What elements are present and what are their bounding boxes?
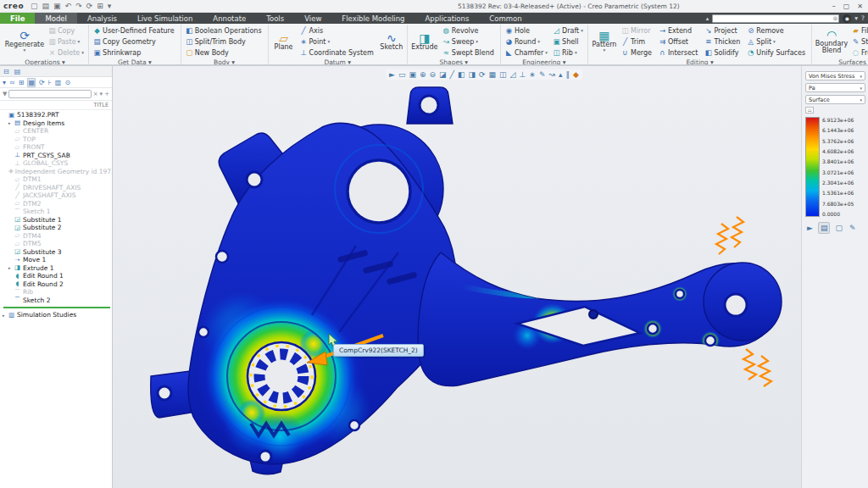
- tree-item[interactable]: ◲ Substitute 2: [0, 224, 112, 232]
- user-badge-icon[interactable]: ◉: [843, 14, 851, 23]
- section-icon[interactable]: ◨: [469, 70, 476, 79]
- group-label-body[interactable]: Body ▾: [184, 58, 265, 66]
- ribbon-button[interactable]: ◧Solidify: [703, 47, 743, 58]
- spin-center-icon[interactable]: ↝: [548, 70, 555, 79]
- ribbon-button[interactable]: ▰Fill: [850, 25, 868, 36]
- model-part[interactable]: [151, 87, 782, 474]
- ribbon-button[interactable]: ▣Shrinkwrap: [92, 47, 178, 58]
- extrude-button[interactable]: ◨ Extrude: [410, 31, 439, 52]
- ribbon-tab[interactable]: Analysis: [77, 13, 127, 24]
- ribbon-button[interactable]: ↝Sweep▾: [441, 36, 498, 47]
- sketch-button[interactable]: ∿ Sketch: [379, 31, 404, 52]
- pattern-button[interactable]: ▦ Pattern ▾: [591, 29, 618, 54]
- ribbon-tab[interactable]: File: [0, 13, 35, 24]
- tree-item[interactable]: ◈ Independent Geometry id 197379: [0, 168, 112, 176]
- regenerate-button[interactable]: ⟳ Regenerate ▾: [4, 29, 45, 54]
- ribbon-button[interactable]: ≡Thicken: [703, 36, 743, 47]
- tree-item[interactable]: ➝ Move 1: [0, 256, 112, 264]
- tree-item[interactable]: ⌒ Rib: [0, 288, 112, 297]
- insertion-indicator[interactable]: [3, 307, 110, 308]
- ribbon-button[interactable]: ◆User-Defined Feature: [92, 25, 178, 36]
- results-icon[interactable]: ◆: [573, 70, 579, 79]
- tree-settings-icon[interactable]: ▾: [3, 79, 6, 86]
- help-icon[interactable]: ?: [861, 14, 865, 22]
- filter-add-icon[interactable]: +: [104, 91, 109, 97]
- ribbon-button[interactable]: ⊥Coordinate System: [298, 47, 377, 58]
- annotation-display-icon[interactable]: ✎: [539, 70, 546, 79]
- expand-items-icon[interactable]: ⊞: [19, 79, 25, 86]
- ribbon-tab[interactable]: Common: [479, 13, 531, 24]
- group-label-editing[interactable]: Editing ▾: [591, 58, 809, 66]
- display-dropdown[interactable]: Surface▾: [805, 95, 865, 104]
- ribbon-button[interactable]: ◫Mirror: [620, 25, 655, 36]
- close-button[interactable]: ✕: [857, 3, 863, 10]
- folder-browser-tab[interactable]: ▤: [14, 68, 21, 75]
- tree-filters-icon[interactable]: ≈: [9, 79, 15, 86]
- ribbon-button[interactable]: ◌Freestyle: [850, 47, 868, 58]
- view-orientation-icon[interactable]: ◪: [439, 70, 447, 79]
- tree-item[interactable]: ⊥ GLOBAL_CSYS: [0, 159, 112, 168]
- tree-item[interactable]: ▱ DTM1: [0, 175, 112, 184]
- probe-icon[interactable]: ►: [805, 223, 815, 233]
- point-display-icon[interactable]: ∗: [529, 70, 536, 79]
- ribbon-button[interactable]: ▤Copy Geometry: [92, 36, 178, 47]
- group-label-datum[interactable]: Datum ▾: [271, 58, 404, 66]
- tree-item[interactable]: ▱ TOP: [0, 136, 112, 144]
- tree-item[interactable]: ╱ JACKSHAFT_AXIS: [0, 191, 112, 200]
- tree-filter-input[interactable]: [8, 90, 91, 98]
- find-icon[interactable]: ⊙: [64, 79, 70, 86]
- zoom-in-icon[interactable]: ⊕: [420, 70, 426, 79]
- tree-item[interactable]: ▸ ◨ Extrude 1: [0, 264, 112, 273]
- ribbon-button[interactable]: ▣Shell: [551, 36, 585, 47]
- ribbon-button[interactable]: ◫Split/Trim Body: [184, 36, 265, 47]
- tree-item[interactable]: ▱ DTM2: [0, 200, 112, 208]
- view-manager-icon[interactable]: ◫: [499, 70, 507, 79]
- tree-item[interactable]: ◖ Edit Round 2: [0, 280, 112, 289]
- tree-item[interactable]: ▣ 5138392.PRT: [0, 111, 112, 119]
- ribbon-button[interactable]: ∗Point▾: [298, 36, 377, 47]
- tree-item[interactable]: ▱ DTM5: [0, 240, 112, 248]
- 3d-model-canvas[interactable]: [113, 66, 868, 488]
- ribbon-button[interactable]: ◬Split▾: [745, 36, 809, 47]
- refit-icon[interactable]: ▣: [409, 70, 416, 79]
- ribbon-button[interactable]: ×Delete▾: [47, 47, 86, 58]
- group-label-get-data[interactable]: Get Data ▾: [92, 58, 178, 66]
- ribbon-tab[interactable]: Applications: [415, 13, 479, 24]
- ribbon-button[interactable]: ◧Boolean Operations: [184, 25, 265, 36]
- group-label-shapes[interactable]: Shapes ▾: [410, 58, 498, 66]
- simulate-play-icon[interactable]: ▴: [559, 70, 563, 79]
- quantity-dropdown[interactable]: Von Mises Stress▾: [805, 71, 865, 80]
- repaint-icon[interactable]: ⟳: [479, 70, 486, 79]
- ribbon-button[interactable]: →Extend: [657, 25, 701, 36]
- ribbon-button[interactable]: ▤Copy: [47, 25, 86, 36]
- ribbon-button[interactable]: ≈Swept Blend: [441, 47, 498, 58]
- tree-item[interactable]: ╱ DRIVESHAFT_AXIS: [0, 184, 112, 192]
- model-tree-tab[interactable]: ⊟: [3, 68, 9, 75]
- ribbon-tab[interactable]: Model: [35, 13, 77, 24]
- group-label-surfaces[interactable]: Surfaces ▾: [815, 58, 868, 66]
- simulate-pause-icon[interactable]: ∥: [566, 70, 570, 79]
- ribbon-button[interactable]: ∪Merge: [620, 47, 655, 58]
- ribbon-button[interactable]: ∩Intersect: [657, 47, 701, 58]
- ribbon-tab[interactable]: Live Simulation: [127, 13, 203, 24]
- ribbon-button[interactable]: ▥Paste▾: [47, 36, 86, 47]
- ribbon-button[interactable]: ◔Unify Surfaces: [745, 47, 809, 58]
- tree-item[interactable]: ◲ Substitute 1: [0, 216, 112, 225]
- display-style-icon[interactable]: ◧: [458, 70, 465, 79]
- open-file-icon[interactable]: ▤: [42, 2, 50, 10]
- ribbon-button[interactable]: ↘Project: [703, 25, 743, 36]
- ribbon-button[interactable]: ⇉Offset: [657, 36, 701, 47]
- sketch-view-icon[interactable]: ╱: [450, 70, 454, 79]
- regenerate-icon[interactable]: ⟳: [86, 2, 93, 10]
- filter-clear-icon[interactable]: ×: [93, 91, 98, 97]
- layer-tree-icon[interactable]: ▥: [55, 79, 62, 86]
- show-model-icon[interactable]: ▢: [833, 223, 844, 233]
- box-select-icon[interactable]: ▭: [398, 70, 406, 79]
- restore-button[interactable]: ▢: [843, 3, 850, 10]
- ribbon-tab[interactable]: View: [294, 13, 331, 24]
- tree-item[interactable]: ⌒ Sketch 1: [0, 208, 112, 216]
- minimize-button[interactable]: –: [832, 3, 836, 10]
- options-caret-icon[interactable]: ▾: [854, 14, 858, 22]
- saved-views-icon[interactable]: ▦: [489, 70, 497, 79]
- ribbon-tab[interactable]: Flexible Modeling: [331, 13, 415, 24]
